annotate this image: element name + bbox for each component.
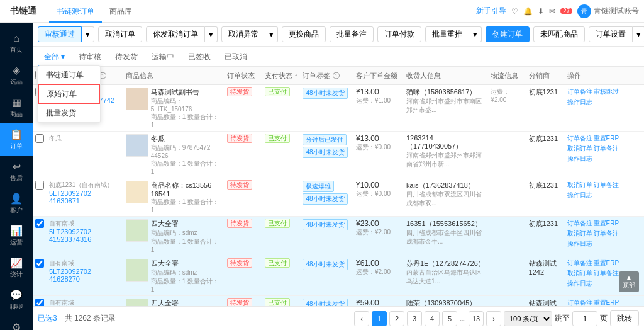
replace-product-button[interactable]: 更换商品 (282, 26, 326, 42)
sidebar-item-customers[interactable]: 👤 客户 (0, 188, 33, 220)
action-link[interactable]: 订单备注 (567, 219, 592, 228)
action-link[interactable]: 订单备注 (567, 259, 592, 268)
action-link[interactable]: 订单备注 (567, 134, 592, 143)
col-distributor: 分销商 (526, 67, 565, 85)
sidebar-item-selection[interactable]: ◈ 选品 (0, 59, 33, 91)
unmatched-products-button[interactable]: 未匹配商品 (533, 26, 585, 42)
you-cancel-dropdown[interactable]: ▾ (205, 26, 218, 42)
action-link[interactable]: 操作日志 (567, 154, 592, 163)
dropdown-item-shuliantong[interactable]: 书链通订单 (38, 66, 100, 84)
action-link[interactable]: 订单备注 (567, 299, 592, 306)
action-link[interactable]: 订单备注 (594, 144, 619, 153)
row-actions: 取消订单订单备注操作日志 (565, 178, 644, 217)
sidebar-item-stats[interactable]: 📈 统计 (0, 252, 33, 284)
help-link[interactable]: 新手引导 (476, 6, 506, 16)
page-prev[interactable]: ‹ (354, 311, 369, 326)
product-info: 冬瓜商品编码：97875472 44526商品数量：1 数量合计：1 (151, 134, 222, 175)
action-link[interactable]: 操作日志 (567, 98, 592, 106)
order-label: 48小时未发货 (303, 259, 347, 270)
notification-badge[interactable]: 27 (560, 8, 572, 14)
row-checkbox[interactable] (35, 299, 44, 306)
goto-button[interactable]: 跳转 (610, 310, 639, 326)
sub-tab-pending[interactable]: 待审核 (72, 49, 108, 66)
row-order-number[interactable]: 5LT23092702 41628270 (49, 268, 121, 283)
batch-repush-dropdown[interactable]: ▾ (469, 26, 482, 42)
row-checkbox[interactable] (35, 134, 44, 143)
action-link[interactable]: 取消订单 (567, 181, 592, 190)
user-avatar-btn[interactable]: 青 青链测试账号 (577, 4, 639, 18)
row-order-number[interactable]: 5LT23092702 41630871 (49, 190, 121, 205)
action-link[interactable]: 取消订单 (567, 144, 592, 153)
sub-tab-toship[interactable]: 待发货 (109, 49, 144, 66)
sidebar-item-settings[interactable]: ⚙ 设置 (0, 316, 33, 330)
row-distributor: 初底1231 (526, 85, 565, 132)
batch-payment-button[interactable]: 订单付款 (377, 26, 421, 42)
sub-tab-cancelled[interactable]: 已取消 (218, 49, 253, 66)
approve-button[interactable]: 审核通过 (38, 26, 82, 42)
row-amount: ¥59.00运费：¥0.00 (353, 296, 404, 307)
action-link[interactable]: 操作日志 (567, 279, 592, 288)
row-platform-order: 初底1231（自有南域）5LT23092702 41630871 (47, 178, 123, 217)
batch-repush-btn-group: 批量重推 ▾ (425, 26, 482, 42)
batch-repush-button[interactable]: 批量重推 (425, 26, 469, 42)
sub-tab-received[interactable]: 已签收 (182, 49, 217, 66)
action-link[interactable]: 取消订单 (567, 229, 592, 238)
action-link[interactable]: 订单备注 (567, 88, 592, 96)
pay-status-badge: 已支付 (265, 87, 290, 96)
sidebar-item-operations[interactable]: 📊 运营 (0, 220, 33, 252)
cancel-abnormal-button[interactable]: 取消异常 (221, 26, 265, 42)
action-link[interactable]: 操作日志 (567, 191, 592, 200)
page-1[interactable]: 1 (372, 311, 387, 326)
pay-status-badge: 已支付 (265, 134, 290, 143)
sidebar-item-products[interactable]: ▦ 商品 (0, 91, 33, 123)
sidebar-item-chat[interactable]: 💬 聊聊 (0, 284, 33, 316)
cancel-abnormal-dropdown[interactable]: ▾ (265, 26, 278, 42)
sidebar-item-home[interactable]: ⌂ 首页 (0, 28, 33, 59)
icon-mail: ✉ (549, 7, 555, 16)
goto-input[interactable] (572, 311, 597, 326)
row-order-number[interactable]: 5LT23092702 41523374316 (49, 228, 121, 243)
action-link[interactable]: 订单备注 (594, 181, 619, 190)
cancel-order-button[interactable]: 取消订单 (98, 26, 142, 42)
row-checkbox[interactable] (35, 181, 44, 190)
row-checkbox[interactable] (35, 259, 44, 268)
you-cancel-button[interactable]: 你发取消订单 (146, 26, 205, 42)
approve-dropdown[interactable]: ▾ (82, 26, 94, 42)
create-order-button[interactable]: 创建订单 (486, 26, 530, 42)
batch-remark-button[interactable]: 批量备注 (330, 26, 374, 42)
action-link[interactable]: 审核跳过 (594, 88, 619, 96)
sub-tab-transit[interactable]: 运输中 (145, 49, 180, 66)
products-icon: ▦ (12, 96, 21, 108)
sub-tab-all[interactable]: 全部 ▾ (38, 49, 71, 66)
row-receiver: kais（17362837418）四川省成都市双流区四川省成都市双... (404, 178, 488, 217)
sidebar-item-orders[interactable]: 📋 订单 (0, 123, 33, 156)
page-next[interactable]: › (486, 311, 501, 326)
action-link[interactable]: 订单备注 (594, 229, 619, 238)
row-checkbox[interactable] (35, 219, 44, 228)
page-2[interactable]: 2 (389, 311, 404, 326)
action-link[interactable]: 操作日志 (567, 239, 592, 248)
top-tab-orders[interactable]: 书链源订单 (49, 0, 102, 23)
action-link[interactable]: 重置ERP (594, 134, 619, 143)
action-link[interactable]: 取消订单 (567, 269, 592, 278)
order-label: 48小时未发货 (303, 219, 347, 230)
order-settings-button[interactable]: 订单设置 (589, 26, 633, 42)
page-5[interactable]: 5 (442, 311, 457, 326)
sidebar-item-returns[interactable]: ↩ 售后 (0, 156, 33, 188)
top-tab-products[interactable]: 商品库 (102, 0, 140, 23)
action-link[interactable]: 订单备注 (594, 269, 619, 278)
dropdown-item-batch[interactable]: 批量发货 (38, 104, 100, 122)
row-actions: 订单备注审核跳过操作日志 (565, 85, 644, 132)
action-link[interactable]: 重置ERP (594, 299, 619, 306)
action-link[interactable]: 重置ERP (594, 219, 619, 228)
page-13[interactable]: 13 (469, 311, 484, 326)
dropdown-item-original[interactable]: 原始订单 (38, 84, 100, 104)
page-4[interactable]: 4 (425, 311, 440, 326)
page-3[interactable]: 3 (407, 311, 422, 326)
back-to-top[interactable]: ▲ 顶部 (619, 271, 639, 292)
row-amount: ¥10.00运费：¥0.00 (353, 178, 404, 217)
action-link[interactable]: 重置ERP (594, 259, 619, 268)
you-cancel-btn-group: 你发取消订单 ▾ (146, 26, 218, 42)
order-settings-dropdown[interactable]: ▾ (633, 26, 644, 42)
per-page-select[interactable]: 100 条/页 50 条/页 200 条/页 (504, 311, 552, 326)
